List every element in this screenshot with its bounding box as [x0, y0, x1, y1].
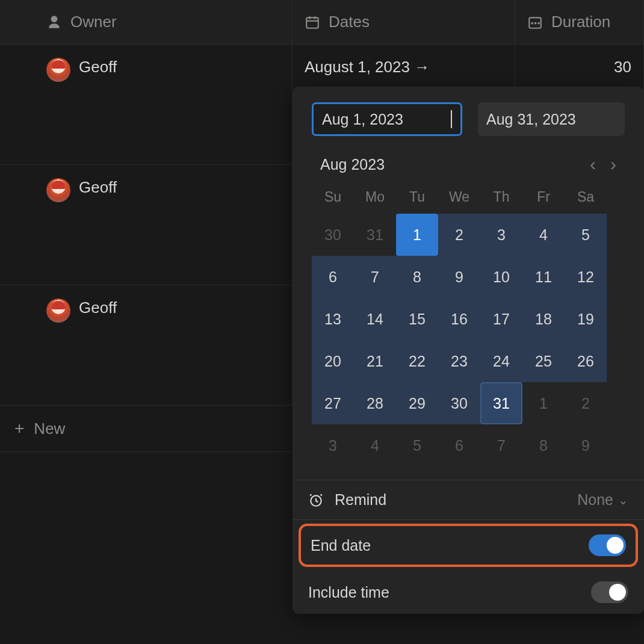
svg-rect-6: [534, 22, 536, 24]
calendar-day[interactable]: 11: [522, 256, 565, 298]
calendar-icon: [305, 14, 320, 30]
owner-cell[interactable]: Geoff: [34, 285, 293, 406]
clock-icon: [308, 492, 324, 508]
calendar-dow: We: [438, 183, 480, 214]
plus-icon: +: [14, 419, 24, 438]
calendar-day[interactable]: 6: [438, 424, 480, 466]
calendar-day[interactable]: 5: [565, 214, 607, 256]
avatar: [46, 299, 70, 323]
calendar-day[interactable]: 27: [312, 382, 354, 424]
calendar-day[interactable]: 21: [354, 340, 396, 382]
column-header-dates[interactable]: Dates: [293, 0, 515, 45]
calendar-day[interactable]: 20: [312, 340, 354, 382]
calendar-month-title: Aug 2023: [320, 156, 385, 173]
svg-rect-0: [306, 17, 318, 28]
column-header-owner-label: Owner: [70, 13, 117, 31]
include-time-row[interactable]: Include time: [293, 571, 644, 614]
calendar-day[interactable]: 28: [354, 382, 396, 424]
calendar-day[interactable]: 13: [312, 298, 354, 340]
row-spacer: [0, 165, 34, 285]
column-header-duration-label: Duration: [551, 13, 610, 31]
column-header-dates-label: Dates: [329, 13, 370, 31]
include-time-label: Include time: [308, 584, 389, 601]
column-header-duration[interactable]: Duration: [515, 0, 644, 45]
calendar-day[interactable]: 8: [396, 256, 438, 298]
start-date-input[interactable]: Aug 1, 2023: [312, 102, 462, 136]
calendar-day[interactable]: 19: [565, 298, 607, 340]
column-header-spacer: [0, 0, 34, 45]
calendar-day[interactable]: 22: [396, 340, 438, 382]
calendar-day[interactable]: 26: [565, 340, 607, 382]
avatar: [46, 58, 70, 82]
calendar-day[interactable]: 8: [522, 424, 565, 466]
calendar-grid: SuMoTuWeThFrSa30311234567891011121314151…: [312, 183, 625, 466]
end-date-toggle[interactable]: [589, 534, 626, 556]
calendar-day[interactable]: 1: [396, 214, 438, 256]
person-icon: [46, 14, 62, 30]
calendar-dow: Tu: [396, 183, 438, 214]
calendar-day[interactable]: 3: [480, 214, 522, 256]
calendar-day[interactable]: 2: [438, 214, 480, 256]
remind-label: Remind: [335, 491, 386, 509]
row-spacer: [0, 285, 34, 406]
calendar-day[interactable]: 23: [438, 340, 480, 382]
end-date-label: End date: [311, 537, 371, 554]
calendar-day[interactable]: 7: [354, 256, 396, 298]
calendar-day[interactable]: 1: [522, 382, 565, 424]
owner-name: Geoff: [79, 58, 117, 76]
prev-month-button[interactable]: ‹: [590, 154, 596, 175]
calendar-day[interactable]: 4: [354, 424, 396, 466]
avatar: [46, 178, 70, 202]
include-time-toggle[interactable]: [591, 581, 628, 603]
dates-value: August 1, 2023 →: [305, 58, 430, 76]
svg-rect-7: [537, 22, 539, 24]
add-row-button[interactable]: + New: [0, 406, 292, 452]
calendar-day[interactable]: 6: [312, 256, 354, 298]
calendar-day[interactable]: 16: [438, 298, 480, 340]
chevron-down-icon: ⌄: [618, 493, 628, 507]
calendar-day[interactable]: 9: [438, 256, 480, 298]
calendar-day[interactable]: 31: [354, 214, 396, 256]
row-spacer: [0, 45, 34, 165]
calendar-dow: Fr: [522, 183, 565, 214]
calendar-day[interactable]: 29: [396, 382, 438, 424]
calendar-day[interactable]: 15: [396, 298, 438, 340]
duration-value: 30: [614, 58, 631, 76]
calendar-day[interactable]: 18: [522, 298, 565, 340]
owner-cell[interactable]: Geoff: [34, 45, 293, 165]
svg-rect-5: [531, 22, 533, 24]
calendar-day[interactable]: 3: [312, 424, 354, 466]
end-date-row[interactable]: End date: [299, 524, 638, 567]
calendar-day[interactable]: 12: [565, 256, 607, 298]
calendar-dow: Sa: [565, 183, 607, 214]
calendar-day[interactable]: 5: [396, 424, 438, 466]
calendar-dow: Th: [480, 183, 522, 214]
remind-row[interactable]: Remind None ⌄: [293, 480, 644, 519]
owner-cell[interactable]: Geoff: [34, 165, 293, 285]
calendar-day[interactable]: 4: [522, 214, 565, 256]
owner-name: Geoff: [79, 299, 117, 317]
column-header-owner[interactable]: Owner: [34, 0, 293, 45]
calendar-day[interactable]: 7: [480, 424, 522, 466]
calendar-day[interactable]: 2: [565, 382, 607, 424]
calendar-dow: Su: [312, 183, 354, 214]
calendar: Aug 2023 ‹ › SuMoTuWeThFrSa3031123456789…: [293, 148, 644, 480]
calendar-day[interactable]: 31: [480, 382, 522, 424]
date-picker-popover: Aug 1, 2023 Aug 31, 2023 Aug 2023 ‹ › Su…: [293, 87, 644, 614]
divider: [293, 519, 644, 520]
calendar-day[interactable]: 14: [354, 298, 396, 340]
next-month-button[interactable]: ›: [610, 154, 616, 175]
duration-icon: [527, 14, 543, 30]
calendar-day[interactable]: 10: [480, 256, 522, 298]
end-date-input[interactable]: Aug 31, 2023: [478, 102, 625, 136]
calendar-day[interactable]: 9: [565, 424, 607, 466]
calendar-day[interactable]: 30: [312, 214, 354, 256]
owner-name: Geoff: [79, 178, 117, 197]
calendar-day[interactable]: 25: [522, 340, 565, 382]
add-row-label: New: [34, 420, 65, 438]
calendar-dow: Mo: [354, 183, 396, 214]
remind-value: None: [577, 491, 613, 509]
calendar-day[interactable]: 17: [480, 298, 522, 340]
calendar-day[interactable]: 30: [438, 382, 480, 424]
calendar-day[interactable]: 24: [480, 340, 522, 382]
